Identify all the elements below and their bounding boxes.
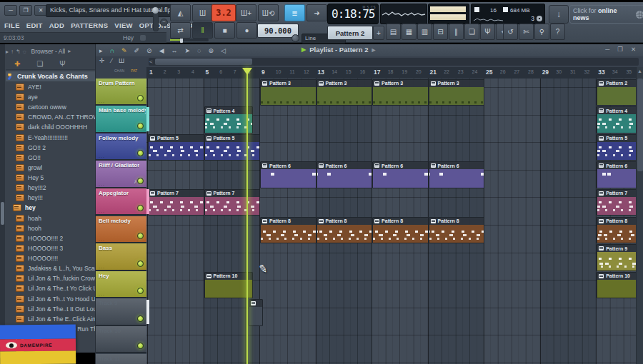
countdown-display[interactable]: 3.2	[211, 4, 236, 21]
clip-pattern-3[interactable]: Pattern 3	[372, 79, 429, 106]
tab-files[interactable]: ❏	[36, 60, 43, 68]
metronome-icon[interactable]: ◭	[170, 4, 191, 21]
browser-sample[interactable]: Lil Jon & Th..fuckin Crowd	[6, 273, 95, 283]
pan-knob[interactable]	[291, 34, 299, 42]
loop-mode-button[interactable]: ⇄	[170, 22, 191, 39]
typing-keyboard-icon[interactable]: ➜	[306, 4, 327, 21]
browser-scrollbar[interactable]	[0, 44, 5, 364]
track-header-hey[interactable]: Hey...	[96, 271, 146, 299]
step-edit-icon[interactable]: ≣	[284, 4, 305, 21]
clip-pattern-6[interactable]: Pattern 6	[372, 161, 429, 188]
clip-pattern-8[interactable]: Pattern 8	[316, 217, 373, 244]
clip-edge-sliver[interactable]	[146, 107, 149, 132]
clip-pattern-6[interactable]: Pattern 6	[316, 161, 373, 188]
minimize-button[interactable]: ─	[4, 5, 17, 16]
browser-sample[interactable]: Lil Jon & The E..Click Ain't	[6, 314, 95, 324]
browser-sample[interactable]: Lil Jon & Th..t Yo Hood Up	[6, 294, 95, 304]
menu-file[interactable]: FILE	[4, 21, 20, 31]
browser-sample[interactable]: dark child OOOHHHH	[6, 122, 95, 132]
delete-tool-icon[interactable]: ⊘	[146, 47, 152, 54]
hscroll-handle[interactable]	[155, 59, 252, 65]
clip-pattern-5[interactable]: Pattern 5	[148, 134, 204, 161]
clip-edge-sliver[interactable]	[146, 189, 149, 214]
track-mute-led[interactable]	[137, 315, 144, 322]
clip-pattern-7[interactable]: Pattern 7	[148, 189, 204, 216]
channel-rack-icon[interactable]: ▦	[402, 24, 417, 40]
clip-pattern-6[interactable]: Pattern 6	[260, 161, 316, 188]
browser-sample[interactable]: growl	[6, 163, 95, 173]
help-icon[interactable]: ?	[550, 24, 565, 40]
clip-pattern-10[interactable]: Pattern 10	[597, 272, 636, 299]
menu-patterns[interactable]: PATTERNS	[71, 21, 108, 31]
snap-magnet-icon[interactable]: ∩	[110, 47, 114, 54]
add-pattern-button[interactable]: +	[373, 26, 384, 40]
pattern-selector[interactable]: Pattern 2	[327, 26, 373, 40]
track-mute-led[interactable]	[137, 178, 144, 184]
slide-icon[interactable]: ∕	[111, 57, 113, 64]
clip-edge-sliver[interactable]	[146, 300, 149, 325]
track-header-appegiator[interactable]: Appegiator...	[96, 188, 146, 216]
browser-sample[interactable]: Jadakiss & L..h, You Scared	[6, 263, 95, 273]
playlist-icon[interactable]: ▤	[386, 24, 401, 40]
browser-sample[interactable]: hey!!!2	[6, 183, 95, 193]
browser-sample[interactable]: E-Yeah!!!!!!!!!!!!	[6, 133, 95, 143]
clip-pattern-7[interactable]: Pattern 7	[204, 189, 261, 216]
clip-pattern-6[interactable]: Pattern 6	[429, 161, 485, 188]
browser-sample[interactable]: hey!!!	[6, 193, 95, 203]
restore-button[interactable]: ❐	[617, 46, 623, 53]
draw-tool-icon[interactable]: ✎	[121, 47, 127, 54]
stop-button[interactable]: ■	[214, 22, 235, 39]
track-mute-led[interactable]	[137, 123, 144, 129]
browser-sample[interactable]: aye	[6, 92, 95, 102]
mute-tool-icon[interactable]: ◀	[159, 47, 164, 54]
overdub-icon[interactable]: Ш+	[236, 4, 256, 21]
tab-plugins[interactable]: Ψ	[59, 60, 65, 68]
center-playback-icon[interactable]: ↺	[503, 24, 518, 40]
clip-pattern-3[interactable]: Pattern 3	[316, 79, 373, 106]
clip-pattern-2[interactable]: Pattern 2	[597, 79, 636, 106]
browser-sample[interactable]: Hey 5	[6, 173, 95, 183]
pause-button[interactable]: ‖	[192, 22, 213, 39]
playlist-grid[interactable]: Pattern 3Pattern 3Pattern 3Pattern 3Patt…	[146, 79, 636, 364]
back-arrow-icon[interactable]: ▸	[6, 49, 9, 55]
time-display[interactable]: 0:18:75 M.S.CS	[327, 4, 379, 24]
clip-pattern-3[interactable]: Pattern 3	[260, 79, 316, 106]
track-header-bass[interactable]: Bass...	[96, 243, 146, 271]
clip-unnamed[interactable]	[249, 299, 263, 326]
slip-tool-icon[interactable]: ↔	[171, 47, 178, 54]
browser-sample[interactable]: hoah	[6, 213, 95, 223]
download-button[interactable]: ↓	[549, 5, 569, 24]
browser-sample[interactable]: HOOOO!!!!	[6, 253, 95, 263]
track-header-main-base-melody[interactable]: Main base melody...	[96, 106, 146, 133]
vscroll-handle[interactable]	[637, 79, 643, 171]
loop-record-icon[interactable]: Ш⟲	[258, 4, 279, 21]
zoom-tool-icon[interactable]: ⊕	[208, 47, 214, 54]
browser-sample[interactable]: CROWD, AN..CT THROWN	[6, 112, 95, 122]
browser-sample[interactable]: cartoon owww	[6, 102, 95, 112]
playlist-vscrollbar[interactable]: ▲	[636, 67, 643, 364]
browser-sample[interactable]: Lil Jon & The..t Yo Click Up	[6, 283, 95, 293]
select-tool-icon[interactable]: ➤	[185, 47, 191, 54]
browser-sample[interactable]: hey	[6, 203, 95, 213]
crossfade-icon[interactable]: ✛	[99, 57, 105, 64]
clip-pattern-9[interactable]: Pattern 9	[597, 244, 636, 271]
clip-pattern-3[interactable]: Pattern 3	[429, 79, 485, 106]
track-header-track-11[interactable]: Track 11...	[96, 354, 146, 364]
detach-icon[interactable]: ▸	[99, 47, 103, 54]
clip-pattern-4[interactable]: Pattern 4	[597, 106, 636, 133]
browser-folder[interactable]: Crunk Vocals & Chants	[6, 71, 95, 81]
browser-sample[interactable]: HOOOO!!!! 2	[6, 233, 95, 243]
browser-panel-icon[interactable]: ⊟	[433, 24, 448, 40]
playhead-marker[interactable]	[242, 68, 252, 75]
clip-pattern-8[interactable]: Pattern 8	[372, 217, 429, 244]
clip-pattern-7[interactable]: Pattern 7	[597, 189, 636, 216]
record-button[interactable]: ●	[236, 22, 257, 39]
piano-view-icon[interactable]: Ш	[119, 57, 124, 64]
track-mute-led[interactable]	[137, 261, 144, 267]
menu-view[interactable]: VIEW	[114, 21, 132, 31]
mixer-icon[interactable]: ∥	[449, 24, 464, 40]
playlist-titlebar[interactable]: ▸∩✎✐⊘◀↔➤◌⊕◁ ▶ Playlist - Pattern 2 ▸ ─❐✕	[96, 44, 643, 56]
clip-pattern-6[interactable]: Pattern 6	[597, 161, 636, 188]
restore-button[interactable]: ❐	[19, 5, 32, 16]
clip-pattern-10[interactable]: Pattern 10	[204, 272, 254, 299]
